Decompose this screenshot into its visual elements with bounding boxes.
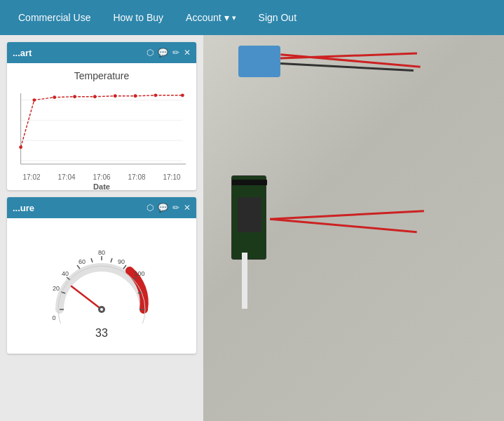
svg-text:80: 80 <box>98 249 105 256</box>
svg-point-8 <box>53 95 56 99</box>
gauge-comment-icon[interactable]: 💬 <box>158 203 168 213</box>
xlabel-2: 17:04 <box>57 173 75 181</box>
nav-sign-out[interactable]: Sign Out <box>247 6 308 29</box>
gauge-widget-header: ...ure ⬡ 💬 ✏ ✕ <box>7 197 196 218</box>
svg-text:0: 0 <box>52 314 55 321</box>
chart-title: Temperature <box>14 70 189 81</box>
svg-line-33 <box>71 286 102 309</box>
gauge-close-icon[interactable]: ✕ <box>184 203 191 213</box>
gauge-value: 33 <box>95 327 108 340</box>
gauge-widget: ...ure ⬡ 💬 ✏ ✕ <box>7 197 196 354</box>
chart-comment-icon[interactable]: 💬 <box>158 48 168 58</box>
chart-svg <box>14 85 189 169</box>
gauge-share-icon[interactable]: ⬡ <box>147 203 154 213</box>
svg-line-19 <box>91 258 93 262</box>
gauge-edit-icon[interactable]: ✏ <box>172 203 179 213</box>
svg-point-12 <box>134 94 137 98</box>
nodemcu-board <box>231 175 266 260</box>
chart-widget-header: ...art ⬡ 💬 ✏ ✕ <box>7 42 196 63</box>
chart-widget-title: ...art <box>13 48 32 58</box>
svg-line-21 <box>111 258 112 262</box>
sensor-photo <box>203 35 504 421</box>
wire-white <box>242 253 247 309</box>
svg-text:60: 60 <box>79 258 86 265</box>
xlabel-4: 17:08 <box>128 173 145 181</box>
gauge-widget-title: ...ure <box>13 203 34 213</box>
chart-widget-body: Temperature <box>7 63 196 190</box>
chart-x-labels: 17:02 17:04 17:06 17:08 17:10 <box>14 173 189 181</box>
temperature-chart-widget: ...art ⬡ 💬 ✏ ✕ Temperature <box>7 42 196 190</box>
chart-share-icon[interactable]: ⬡ <box>147 48 154 58</box>
svg-point-7 <box>32 98 36 102</box>
chart-edit-icon[interactable]: ✏ <box>172 48 179 58</box>
gauge-container: 0 20 40 60 80 90 100 <box>14 225 189 347</box>
svg-point-13 <box>154 93 158 97</box>
right-panel <box>203 35 504 421</box>
svg-point-14 <box>181 93 184 97</box>
left-panel: ...art ⬡ 💬 ✏ ✕ Temperature <box>0 35 203 421</box>
nav-how-to-buy[interactable]: How to Buy <box>102 6 175 29</box>
xlabel-1: 17:02 <box>22 173 40 181</box>
gauge-widget-icons: ⬡ 💬 ✏ ✕ <box>147 203 191 213</box>
gauge-svg: 0 20 40 60 80 90 100 <box>46 232 158 323</box>
svg-line-22 <box>123 265 126 269</box>
svg-line-18 <box>77 265 80 269</box>
svg-point-35 <box>100 308 103 311</box>
nodemcu-usb <box>232 180 267 185</box>
chart-widget-icons: ⬡ 💬 ✏ ✕ <box>147 48 191 58</box>
gauge-widget-body: 0 20 40 60 80 90 100 <box>7 218 196 354</box>
svg-text:20: 20 <box>53 285 60 292</box>
svg-point-6 <box>19 145 22 149</box>
xlabel-5: 17:10 <box>163 173 180 181</box>
chart-close-icon[interactable]: ✕ <box>184 48 191 58</box>
nav-account[interactable]: Account ▾ <box>175 6 247 29</box>
xlabel-3: 17:06 <box>93 173 110 181</box>
svg-text:40: 40 <box>62 270 69 277</box>
nav-commercial-use[interactable]: Commercial Use <box>7 6 102 29</box>
svg-point-9 <box>73 95 76 98</box>
svg-point-11 <box>114 94 117 98</box>
chart-area: 17:02 17:04 17:06 17:08 17:10 Date Thing… <box>14 85 189 183</box>
svg-point-10 <box>93 95 97 98</box>
main-layout: ...art ⬡ 💬 ✏ ✕ Temperature <box>0 35 504 421</box>
svg-text:90: 90 <box>118 258 125 265</box>
dht-sensor <box>238 46 280 77</box>
nodemcu-chip <box>238 197 261 232</box>
navbar: Commercial Use How to Buy Account ▾ Sign… <box>0 0 504 35</box>
svg-text:100: 100 <box>134 270 144 277</box>
chart-date-label: Date <box>14 182 189 190</box>
